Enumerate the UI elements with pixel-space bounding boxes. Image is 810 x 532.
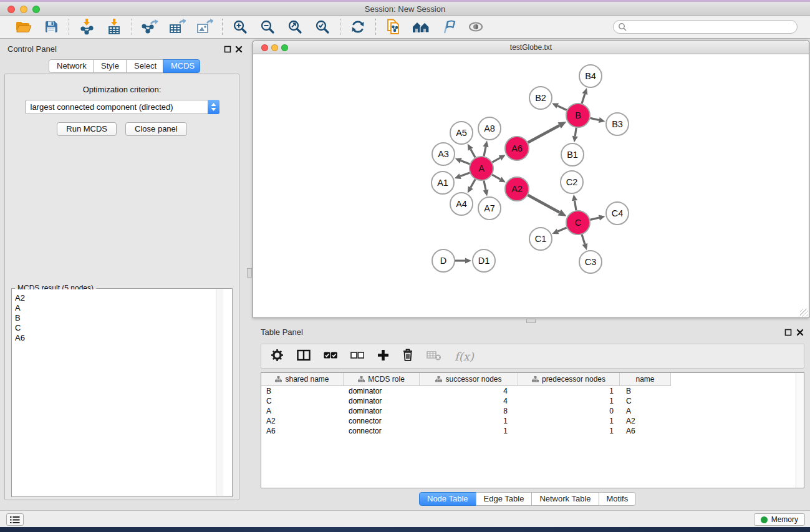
tab-motifs[interactable]: Motifs <box>599 492 637 506</box>
network-window-titlebar[interactable]: testGlobe.txt <box>253 41 809 54</box>
graph-edge-A-A5[interactable] <box>471 149 476 157</box>
zoom-in-button[interactable] <box>229 18 251 36</box>
cell-predecessor-nodes[interactable]: 1 <box>518 427 620 435</box>
cell-predecessor-nodes[interactable]: 1 <box>518 397 620 405</box>
zoom-out-button[interactable] <box>257 18 278 36</box>
zoom-selected-button[interactable] <box>312 18 333 36</box>
table-scrollbar[interactable] <box>796 373 804 488</box>
import-table-button[interactable] <box>104 18 125 36</box>
table-row[interactable]: A6 connector 1 1 A6 <box>261 426 804 436</box>
cell-predecessor-nodes[interactable]: 1 <box>518 417 620 425</box>
graph-edge-A-A7[interactable] <box>484 181 486 190</box>
graph-edge-A2-C[interactable] <box>528 195 560 213</box>
deselect-all-button[interactable] <box>350 351 364 362</box>
cell-mcds-role[interactable]: connector <box>344 427 420 435</box>
tab-style[interactable]: Style <box>93 59 127 73</box>
cell-name[interactable]: A2 <box>620 417 671 425</box>
cell-shared-name[interactable]: A <box>261 407 344 415</box>
style-flag-button[interactable] <box>438 18 459 36</box>
table-settings-button[interactable] <box>271 349 284 364</box>
horizontal-splitter-handle[interactable] <box>526 319 536 323</box>
cell-shared-name[interactable]: A2 <box>261 417 344 425</box>
graph-edge-C-C1[interactable] <box>558 228 567 231</box>
show-columns-button[interactable] <box>297 349 311 364</box>
tab-network[interactable]: Network <box>49 59 94 73</box>
table-row[interactable]: A2 connector 1 1 A2 <box>261 416 804 426</box>
cell-name[interactable]: B <box>620 387 671 395</box>
vertical-splitter-handle[interactable] <box>247 268 252 278</box>
graph-edge-B-B2[interactable] <box>557 106 567 110</box>
column-header-shared-name[interactable]: shared name <box>261 373 344 386</box>
export-table-button[interactable] <box>166 18 188 36</box>
float-panel-icon[interactable] <box>224 46 231 53</box>
cell-name[interactable]: A <box>620 407 671 415</box>
add-column-button[interactable] <box>377 349 389 364</box>
graph-edge-A-A8[interactable] <box>484 147 486 156</box>
select-all-button[interactable] <box>324 351 337 362</box>
export-network-button[interactable] <box>139 18 160 36</box>
search-field[interactable] <box>613 20 798 34</box>
show-all-button[interactable] <box>465 18 486 36</box>
clone-network-button[interactable] <box>383 18 404 36</box>
tab-mcds[interactable]: MCDS <box>163 59 200 73</box>
cell-predecessor-nodes[interactable]: 0 <box>518 407 620 415</box>
column-header-successor-nodes[interactable]: successor nodes <box>420 373 518 386</box>
result-item[interactable]: B <box>15 313 231 323</box>
resize-grip-icon[interactable] <box>800 309 808 317</box>
cell-predecessor-nodes[interactable]: 1 <box>518 387 620 395</box>
graph-edge-B-B3[interactable] <box>591 118 599 120</box>
cell-successor-nodes[interactable]: 4 <box>420 397 518 405</box>
refresh-button[interactable] <box>347 18 369 36</box>
cell-successor-nodes[interactable]: 1 <box>420 427 518 435</box>
graph-edge-A-A2[interactable] <box>492 175 500 179</box>
result-item[interactable]: A6 <box>15 333 231 343</box>
first-neighbors-button[interactable] <box>410 18 432 36</box>
graph-edge-C-C3[interactable] <box>582 235 585 244</box>
cell-successor-nodes[interactable]: 1 <box>420 417 518 425</box>
cell-mcds-role[interactable]: dominator <box>344 387 420 395</box>
graph-edge-A-A4[interactable] <box>471 179 476 187</box>
column-header-mcds-role[interactable]: MCDS role <box>344 373 420 386</box>
zoom-fit-button[interactable] <box>284 18 306 36</box>
column-header-name[interactable]: name <box>620 373 671 386</box>
cell-successor-nodes[interactable]: 8 <box>420 407 518 415</box>
open-session-button[interactable] <box>13 18 34 36</box>
cell-name[interactable]: C <box>620 397 671 405</box>
graph-edge-B-B1[interactable] <box>575 128 576 137</box>
cell-successor-nodes[interactable]: 4 <box>420 387 518 395</box>
tab-select[interactable]: Select <box>126 59 163 73</box>
result-item[interactable]: A <box>15 303 231 313</box>
run-mcds-button[interactable]: Run MCDS <box>57 122 117 136</box>
mcds-result-list[interactable]: A2 A B C A6 <box>12 289 231 496</box>
delete-table-button[interactable] <box>427 349 441 364</box>
graph-edge-A6-B[interactable] <box>528 125 560 142</box>
cell-mcds-role[interactable]: connector <box>344 417 420 425</box>
close-panel-icon[interactable] <box>235 46 243 53</box>
cell-mcds-role[interactable]: dominator <box>344 407 420 415</box>
graph-edge-C-C2[interactable] <box>575 201 576 211</box>
function-builder-button[interactable]: f(x) <box>455 350 474 363</box>
graph-edge-C-C4[interactable] <box>590 218 599 220</box>
close-panel-button[interactable]: Close panel <box>125 122 187 136</box>
graph-edge-A-A1[interactable] <box>460 173 470 177</box>
import-network-button[interactable] <box>76 18 97 36</box>
graph-edge-B-B4[interactable] <box>582 94 585 104</box>
column-header-predecessor-nodes[interactable]: predecessor nodes <box>518 373 620 386</box>
result-item[interactable]: A2 <box>15 293 231 303</box>
save-session-button[interactable] <box>41 18 62 36</box>
graph-edge-A-A3[interactable] <box>461 161 470 164</box>
memory-button[interactable]: Memory <box>754 513 805 526</box>
table-row[interactable]: B dominator 4 1 B <box>261 386 804 396</box>
tab-network-table[interactable]: Network Table <box>531 492 599 506</box>
table-row[interactable]: C dominator 4 1 C <box>261 396 804 406</box>
export-image-button[interactable] <box>194 18 215 36</box>
delete-column-button[interactable] <box>402 349 413 364</box>
result-item[interactable]: C <box>15 323 231 333</box>
cell-shared-name[interactable]: C <box>261 397 344 405</box>
cell-name[interactable]: A6 <box>620 427 671 435</box>
tab-node-table[interactable]: Node Table <box>419 492 476 506</box>
graph-edge-A-A6[interactable] <box>492 158 500 162</box>
table-row[interactable]: A dominator 8 0 A <box>261 406 804 416</box>
cell-shared-name[interactable]: B <box>261 387 344 395</box>
optimization-criterion-select[interactable]: largest connected component (directed) <box>25 100 219 114</box>
